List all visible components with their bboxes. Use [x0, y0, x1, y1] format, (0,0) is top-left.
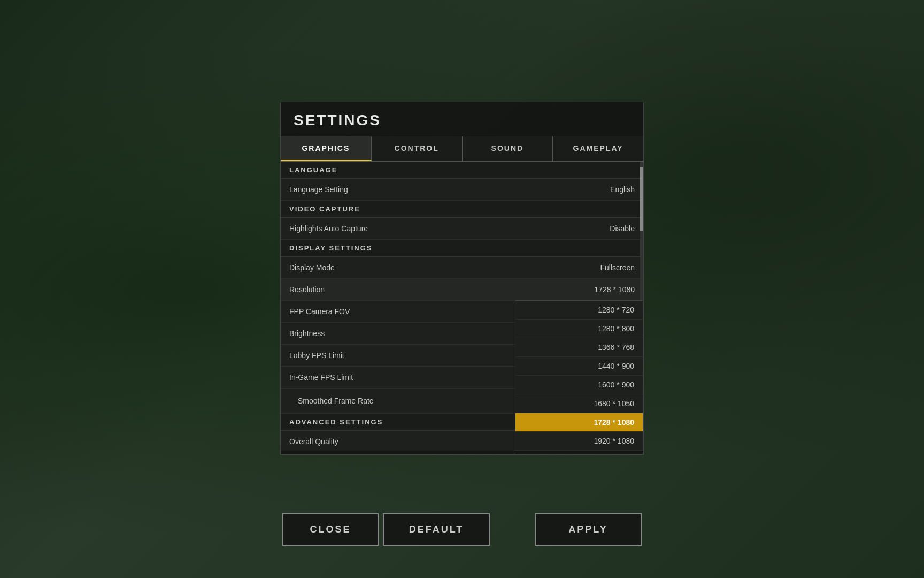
section-language-header: LANGUAGE: [281, 162, 643, 179]
resolution-option-6[interactable]: 924 * 578: [515, 413, 643, 432]
resolution-option-3[interactable]: 1440 * 900: [515, 357, 643, 376]
resolution-option-1[interactable]: 1280 * 800: [515, 320, 643, 338]
resolution-value: 924 * 578: [594, 285, 635, 294]
lobby-fps-label: Lobby FPS Limit: [289, 351, 344, 360]
resolution-label: Resolution: [289, 285, 325, 294]
tab-sound[interactable]: SOUND: [463, 136, 553, 161]
display-mode-value: Fullscreen: [600, 263, 635, 272]
display-mode-label: Display Mode: [289, 263, 335, 272]
resolution-option-0[interactable]: 1280 * 720: [515, 301, 643, 320]
settings-title: SETTINGS: [281, 102, 643, 136]
brightness-label: Brightness: [289, 329, 325, 338]
setting-resolution[interactable]: Resolution 924 * 578 1280 * 720 1280 *…: [281, 279, 643, 301]
language-label: Language Setting: [289, 185, 348, 194]
resolution-dropdown: 1280 * 720 1280 * 800 1366 * 768 1440 * …: [515, 300, 643, 451]
setting-display-mode[interactable]: Display Mode Fullscreen: [281, 257, 643, 279]
overall-quality-label: Overall Quality: [289, 437, 338, 446]
resolution-option-5[interactable]: 1680 * 1050: [515, 394, 643, 413]
tabs-bar: GRAPHICS CONTROL SOUND GAMEPLAY: [281, 136, 643, 162]
highlights-value: Disable: [610, 224, 635, 233]
tab-gameplay[interactable]: GAMEPLAY: [553, 136, 643, 161]
section-display-header: DISPLAY SETTINGS: [281, 240, 643, 257]
setting-language[interactable]: Language Setting English: [281, 179, 643, 201]
tab-graphics[interactable]: GRAPHICS: [281, 136, 372, 161]
scrollbar-thumb[interactable]: [640, 167, 643, 231]
setting-highlights[interactable]: Highlights Auto Capture Disable: [281, 218, 643, 240]
resolution-option-4[interactable]: 1600 * 900: [515, 376, 643, 394]
ingame-fps-label: In-Game FPS Limit: [289, 373, 353, 382]
resolution-option-2[interactable]: 1366 * 768: [515, 338, 643, 357]
settings-content: LANGUAGE Language Setting English VIDEO …: [281, 162, 643, 451]
modal-backdrop: SETTINGS GRAPHICS CONTROL SOUND GAMEPLAY…: [0, 0, 924, 578]
section-video-header: VIDEO CAPTURE: [281, 201, 643, 218]
fpp-fov-label: FPP Camera FOV: [289, 307, 350, 316]
resolution-option-7[interactable]: 1920 * 1080: [515, 432, 643, 451]
tab-control[interactable]: CONTROL: [372, 136, 463, 161]
language-value: English: [610, 185, 635, 194]
highlights-label: Highlights Auto Capture: [289, 224, 368, 233]
smoothed-frame-label: Smoothed Frame Rate: [298, 397, 374, 405]
settings-panel: SETTINGS GRAPHICS CONTROL SOUND GAMEPLAY…: [280, 102, 644, 455]
